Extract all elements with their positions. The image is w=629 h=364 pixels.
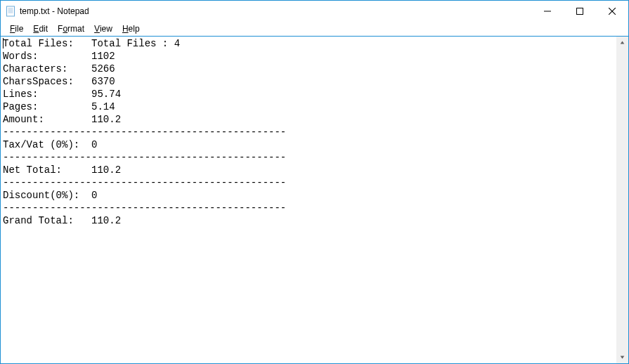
text-line: ----------------------------------------… [3, 176, 614, 189]
menu-view[interactable]: View [89, 22, 117, 35]
text-line: Grand Total: 110.2 [3, 214, 614, 227]
close-button[interactable] [596, 1, 628, 22]
minimize-button[interactable] [531, 1, 564, 22]
text-editor[interactable]: Total Files: Total Files : 4Words: 1102C… [1, 37, 616, 363]
svg-rect-6 [577, 8, 583, 15]
text-line: Amount: 110.2 [3, 113, 614, 126]
vertical-scrollbar[interactable] [616, 37, 628, 363]
text-line: Pages: 5.14 [3, 100, 614, 113]
titlebar[interactable]: temp.txt - Notepad [1, 1, 628, 22]
scroll-up-icon[interactable] [616, 37, 628, 48]
menu-format-label: rmat [67, 24, 84, 34]
content-wrapper: Total Files: Total Files : 4Words: 1102C… [1, 36, 628, 363]
menu-edit-label: dit [39, 24, 48, 34]
text-line: ----------------------------------------… [3, 151, 614, 164]
menu-edit[interactable]: Edit [28, 22, 53, 35]
svg-rect-5 [544, 11, 551, 12]
menu-help-label: elp [129, 24, 140, 34]
menu-help[interactable]: Help [117, 22, 145, 35]
menubar: File Edit Format View Help [1, 22, 628, 36]
text-line: Total Files: Total Files : 4 [3, 37, 614, 50]
text-line: Lines: 95.74 [3, 88, 614, 100]
notepad-window: temp.txt - Notepad File Edit Format View… [0, 0, 629, 364]
text-line: CharsSpaces: 6370 [3, 75, 614, 88]
text-line: Net Total: 110.2 [3, 164, 614, 176]
menu-file-label: ile [15, 24, 23, 34]
menu-file[interactable]: File [5, 22, 28, 35]
maximize-button[interactable] [564, 1, 596, 22]
scroll-down-icon[interactable] [616, 351, 628, 363]
text-line: ----------------------------------------… [3, 202, 614, 214]
text-line: Words: 1102 [3, 50, 614, 63]
text-line: Tax/Vat (0%): 0 [3, 138, 614, 151]
text-line: Characters: 5266 [3, 63, 614, 75]
text-line: Discount(0%): 0 [3, 189, 614, 202]
menu-format[interactable]: Format [53, 22, 89, 35]
notepad-icon [5, 6, 16, 17]
text-line: ----------------------------------------… [3, 126, 614, 138]
menu-view-label: iew [100, 24, 112, 34]
window-title: temp.txt - Notepad [20, 6, 89, 16]
